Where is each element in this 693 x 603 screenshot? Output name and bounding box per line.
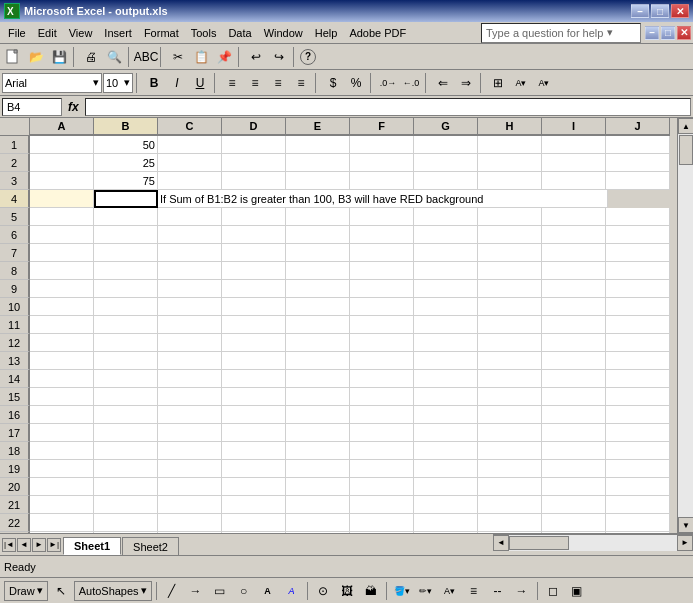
- cell-h1[interactable]: [478, 136, 542, 154]
- cell-i13[interactable]: [542, 352, 606, 370]
- cell-c15[interactable]: [158, 388, 222, 406]
- merge-center-button[interactable]: ≡: [290, 72, 312, 94]
- cell-g14[interactable]: [414, 370, 478, 388]
- decrease-indent-button[interactable]: ⇐: [432, 72, 454, 94]
- line-style-btn[interactable]: ≡: [463, 580, 485, 602]
- cell-a9[interactable]: [30, 280, 94, 298]
- tab-last-button[interactable]: ►|: [47, 538, 61, 552]
- cell-e2[interactable]: [286, 154, 350, 172]
- row-header-13[interactable]: 13: [0, 352, 30, 370]
- menu-format[interactable]: Format: [138, 22, 185, 43]
- cell-d14[interactable]: [222, 370, 286, 388]
- scroll-down-button[interactable]: ▼: [678, 517, 693, 533]
- font-color-button[interactable]: A▾: [533, 72, 555, 94]
- vertical-scrollbar[interactable]: ▲ ▼: [677, 118, 693, 533]
- cell-e17[interactable]: [286, 424, 350, 442]
- menu-edit[interactable]: Edit: [32, 22, 63, 43]
- fill-color-btn[interactable]: 🪣▾: [391, 580, 413, 602]
- row-header-19[interactable]: 19: [0, 460, 30, 478]
- cell-reference-box[interactable]: B4: [2, 98, 62, 116]
- cell-c6[interactable]: [158, 226, 222, 244]
- cell-a21[interactable]: [30, 496, 94, 514]
- cell-g22[interactable]: [414, 514, 478, 532]
- cell-j20[interactable]: [606, 478, 670, 496]
- minimize-button[interactable]: –: [631, 4, 649, 18]
- cell-a12[interactable]: [30, 334, 94, 352]
- row-header-16[interactable]: 16: [0, 406, 30, 424]
- cell-e9[interactable]: [286, 280, 350, 298]
- cell-e22[interactable]: [286, 514, 350, 532]
- cell-g13[interactable]: [414, 352, 478, 370]
- cell-i1[interactable]: [542, 136, 606, 154]
- cell-f6[interactable]: [350, 226, 414, 244]
- increase-decimal-button[interactable]: .0→: [377, 72, 399, 94]
- cell-b5[interactable]: [94, 208, 158, 226]
- cell-b8[interactable]: [94, 262, 158, 280]
- cell-g6[interactable]: [414, 226, 478, 244]
- cell-g16[interactable]: [414, 406, 478, 424]
- cell-d3[interactable]: [222, 172, 286, 190]
- cell-f5[interactable]: [350, 208, 414, 226]
- cell-b6[interactable]: [94, 226, 158, 244]
- cell-j14[interactable]: [606, 370, 670, 388]
- cell-f22[interactable]: [350, 514, 414, 532]
- cell-h17[interactable]: [478, 424, 542, 442]
- cell-g2[interactable]: [414, 154, 478, 172]
- sheet-tab-sheet2[interactable]: Sheet2: [122, 537, 179, 555]
- cell-c21[interactable]: [158, 496, 222, 514]
- cell-c7[interactable]: [158, 244, 222, 262]
- cell-c13[interactable]: [158, 352, 222, 370]
- rect-button[interactable]: ▭: [209, 580, 231, 602]
- menu-tools[interactable]: Tools: [185, 22, 223, 43]
- cell-g10[interactable]: [414, 298, 478, 316]
- cell-i22[interactable]: [542, 514, 606, 532]
- increase-indent-button[interactable]: ⇒: [455, 72, 477, 94]
- cell-h3[interactable]: [478, 172, 542, 190]
- cell-e14[interactable]: [286, 370, 350, 388]
- cell-j16[interactable]: [606, 406, 670, 424]
- cell-g17[interactable]: [414, 424, 478, 442]
- row-header-5[interactable]: 5: [0, 208, 30, 226]
- cell-e15[interactable]: [286, 388, 350, 406]
- formula-input[interactable]: [85, 98, 691, 116]
- row-header-12[interactable]: 12: [0, 334, 30, 352]
- cell-h2[interactable]: [478, 154, 542, 172]
- cell-j6[interactable]: [606, 226, 670, 244]
- cell-g20[interactable]: [414, 478, 478, 496]
- cell-i6[interactable]: [542, 226, 606, 244]
- cell-i16[interactable]: [542, 406, 606, 424]
- save-button[interactable]: 💾: [48, 46, 70, 68]
- row-header-7[interactable]: 7: [0, 244, 30, 262]
- picture-button[interactable]: 🏔: [360, 580, 382, 602]
- cell-c22[interactable]: [158, 514, 222, 532]
- cell-e3[interactable]: [286, 172, 350, 190]
- h-scroll-thumb[interactable]: [509, 536, 569, 550]
- cell-a19[interactable]: [30, 460, 94, 478]
- cell-j15[interactable]: [606, 388, 670, 406]
- copy-button[interactable]: 📋: [190, 46, 212, 68]
- h-scroll-track[interactable]: [509, 535, 677, 551]
- col-header-a[interactable]: A: [30, 118, 94, 136]
- decrease-decimal-button[interactable]: ←.0: [400, 72, 422, 94]
- cell-c12[interactable]: [158, 334, 222, 352]
- cell-i2[interactable]: [542, 154, 606, 172]
- cell-g8[interactable]: [414, 262, 478, 280]
- cell-j9[interactable]: [606, 280, 670, 298]
- cell-f7[interactable]: [350, 244, 414, 262]
- cell-a3[interactable]: [30, 172, 94, 190]
- cell-i11[interactable]: [542, 316, 606, 334]
- cell-b20[interactable]: [94, 478, 158, 496]
- row-header-6[interactable]: 6: [0, 226, 30, 244]
- cell-b19[interactable]: [94, 460, 158, 478]
- cell-e11[interactable]: [286, 316, 350, 334]
- cell-e21[interactable]: [286, 496, 350, 514]
- cell-g21[interactable]: [414, 496, 478, 514]
- cell-b11[interactable]: [94, 316, 158, 334]
- cell-j3[interactable]: [606, 172, 670, 190]
- toolbar-restore[interactable]: □: [661, 26, 675, 40]
- cell-a13[interactable]: [30, 352, 94, 370]
- cell-i21[interactable]: [542, 496, 606, 514]
- cell-g15[interactable]: [414, 388, 478, 406]
- col-header-j[interactable]: J: [606, 118, 670, 136]
- cell-d2[interactable]: [222, 154, 286, 172]
